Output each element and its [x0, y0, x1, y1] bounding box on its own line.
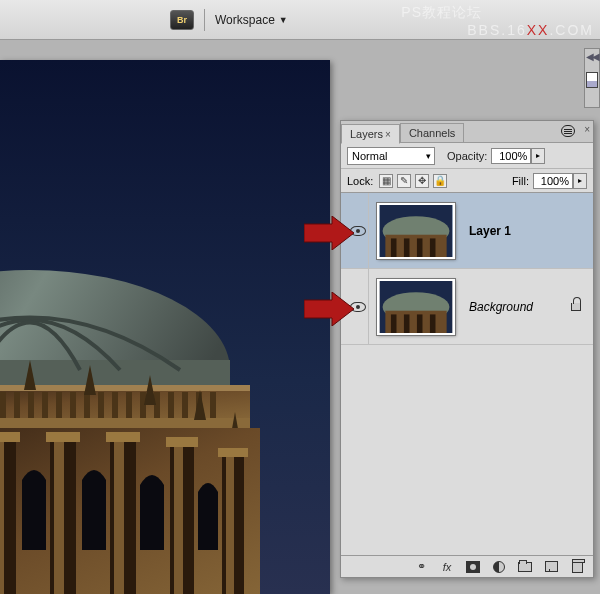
layer-group-icon[interactable]	[517, 560, 533, 574]
panel-menu-icon[interactable]	[561, 125, 575, 137]
tab-channels[interactable]: Channels	[400, 123, 464, 142]
annotation-arrow	[304, 216, 354, 250]
svg-rect-9	[56, 392, 62, 418]
layers-empty-area[interactable]	[341, 345, 593, 555]
workspace-label: Workspace	[215, 13, 275, 27]
delete-layer-icon[interactable]	[569, 560, 585, 574]
chevron-down-icon: ▾	[426, 151, 434, 161]
layers-list: Layer 1 Background	[341, 193, 593, 555]
fill-label: Fill:	[512, 175, 529, 187]
svg-rect-35	[106, 432, 140, 442]
lock-position-icon[interactable]: ✥	[415, 174, 429, 188]
opacity-input[interactable]: 100%	[491, 148, 531, 164]
canvas-area	[0, 40, 332, 594]
svg-rect-48	[391, 314, 397, 333]
svg-rect-13	[112, 392, 118, 418]
svg-rect-51	[430, 314, 436, 333]
svg-rect-12	[98, 392, 104, 418]
svg-rect-10	[70, 392, 76, 418]
svg-rect-32	[226, 455, 234, 594]
bridge-button[interactable]: Br	[170, 10, 194, 30]
svg-rect-11	[84, 392, 90, 418]
layer-thumbnail[interactable]	[377, 203, 455, 259]
svg-rect-41	[391, 238, 397, 257]
svg-rect-34	[46, 432, 80, 442]
svg-rect-49	[404, 314, 410, 333]
svg-rect-42	[404, 238, 410, 257]
svg-rect-8	[42, 392, 48, 418]
annotation-arrow	[304, 292, 354, 326]
lock-pixels-icon[interactable]: ✎	[397, 174, 411, 188]
tab-layers[interactable]: Layers×	[341, 124, 400, 144]
svg-rect-31	[174, 445, 183, 594]
svg-rect-28	[0, 440, 4, 594]
svg-rect-18	[182, 392, 188, 418]
link-layers-icon[interactable]	[413, 560, 429, 574]
svg-rect-21	[0, 418, 250, 428]
layer-name[interactable]: Layer 1	[469, 224, 511, 238]
svg-rect-43	[417, 238, 423, 257]
caret-down-icon: ▼	[279, 15, 288, 25]
lock-buttons-group: ▦ ✎ ✥ 🔒	[379, 174, 447, 188]
lock-transparency-icon[interactable]: ▦	[379, 174, 393, 188]
close-icon[interactable]: ×	[385, 129, 391, 140]
svg-rect-50	[417, 314, 423, 333]
lock-fill-row: Lock: ▦ ✎ ✥ 🔒 Fill: 100% ▸	[341, 169, 593, 193]
blend-mode-select[interactable]: Normal ▾	[347, 147, 435, 165]
svg-rect-6	[14, 392, 20, 418]
lock-all-icon[interactable]: 🔒	[433, 174, 447, 188]
panel-close-icon[interactable]: ×	[584, 124, 590, 135]
fill-input[interactable]: 100%	[533, 173, 573, 189]
layer-row[interactable]: Background	[341, 269, 593, 345]
panel-dock-strip[interactable]: ◀◀	[584, 48, 600, 108]
document-window[interactable]	[0, 60, 330, 594]
document-image	[0, 60, 330, 594]
watermark-text-1: PS教程论坛	[401, 4, 482, 22]
svg-rect-20	[210, 392, 216, 418]
opacity-flyout-icon[interactable]: ▸	[531, 148, 545, 164]
workspace-dropdown[interactable]: Workspace ▼	[215, 13, 288, 27]
svg-rect-4	[0, 385, 250, 391]
lock-indicator-icon	[569, 300, 583, 314]
adjustment-layer-icon[interactable]	[491, 560, 507, 574]
svg-rect-36	[166, 437, 198, 447]
lock-label: Lock:	[347, 175, 373, 187]
panel-toggle-icon[interactable]	[586, 72, 598, 88]
svg-rect-17	[168, 392, 174, 418]
toolbar-separator	[204, 9, 205, 31]
layer-style-icon[interactable]: fx	[439, 560, 455, 574]
svg-rect-33	[0, 432, 20, 442]
svg-rect-14	[126, 392, 132, 418]
panel-tab-bar: Layers× Channels ×	[341, 121, 593, 143]
svg-rect-30	[114, 440, 124, 594]
layers-panel-footer: fx	[341, 555, 593, 577]
layers-panel: Layers× Channels × Normal ▾ Opacity: 100…	[340, 120, 594, 578]
svg-rect-37	[218, 448, 248, 457]
fill-flyout-icon[interactable]: ▸	[573, 173, 587, 189]
svg-rect-29	[54, 440, 64, 594]
svg-rect-7	[28, 392, 34, 418]
layer-mask-icon[interactable]	[465, 560, 481, 574]
opacity-label: Opacity:	[447, 150, 487, 162]
layer-thumbnail[interactable]	[377, 279, 455, 335]
blend-opacity-row: Normal ▾ Opacity: 100% ▸	[341, 143, 593, 169]
collapse-panels-icon[interactable]: ◀◀	[586, 51, 598, 62]
svg-rect-5	[0, 392, 6, 418]
layer-row[interactable]: Layer 1	[341, 193, 593, 269]
layer-name[interactable]: Background	[469, 300, 533, 314]
svg-rect-44	[430, 238, 436, 257]
watermark-text-2: BBS.16XX.COM	[467, 22, 594, 38]
new-layer-icon[interactable]	[543, 560, 559, 574]
